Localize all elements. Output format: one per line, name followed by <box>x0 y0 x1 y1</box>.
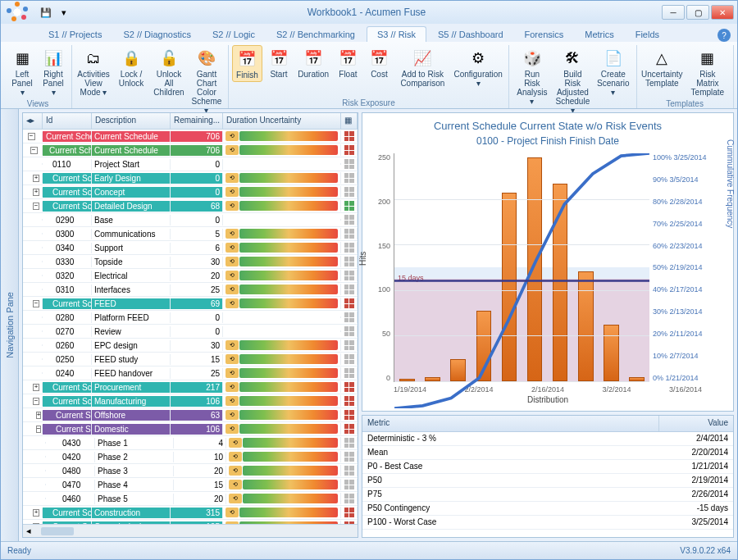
maximize-button[interactable]: ▢ <box>686 5 709 20</box>
uncertainty-gauge-cell[interactable]: ⟲ <box>223 144 341 156</box>
uncertainty-gauge-cell[interactable] <box>223 163 341 165</box>
table-row[interactable]: 0110Project Start0 <box>23 157 358 171</box>
status-icon-cell[interactable] <box>341 172 358 184</box>
uncertainty-gauge-cell[interactable]: ⟲ <box>223 172 341 184</box>
uncertainty-gauge-cell[interactable]: ⟲ <box>223 395 341 407</box>
uncertainty-gauge-cell[interactable]: ⟲ <box>223 367 341 379</box>
ribbon-button[interactable]: ▦Risk Matrix Template <box>686 45 730 98</box>
status-icon-cell[interactable] <box>341 395 358 407</box>
table-row[interactable]: 0250FEED study15⟲ <box>23 353 358 367</box>
ribbon-button[interactable]: 🎨Gantt Chart Color Scheme ▾ <box>189 45 225 116</box>
expand-toggle[interactable]: + <box>23 411 43 420</box>
ribbon-button[interactable]: 📅Duration <box>295 45 331 80</box>
table-row[interactable]: 0260EPC design30⟲ <box>23 339 358 353</box>
expand-toggle[interactable]: − <box>23 299 43 308</box>
ribbon-tab[interactable]: Forensics <box>515 27 574 42</box>
ribbon-button[interactable]: 📈Add to Risk Comparison <box>395 45 449 89</box>
table-row[interactable]: +Current Sc...Offshore63⟲ <box>23 408 358 422</box>
status-icon-cell[interactable] <box>341 256 358 267</box>
table-row[interactable]: 0310Interfaces25⟲ <box>23 283 358 297</box>
ribbon-tab[interactable]: S3 // Risk <box>367 26 426 42</box>
ribbon-button[interactable]: 📅Finish <box>232 45 262 82</box>
table-row[interactable]: +Current Schedu...Early Design0⟲ <box>23 171 358 185</box>
uncertainty-gauge-cell[interactable] <box>223 316 341 318</box>
grid-body[interactable]: −Current ScheduleCurrent Schedule706⟲−Cu… <box>23 130 358 524</box>
ribbon-button[interactable]: 📅Cost <box>364 45 394 80</box>
status-icon-cell[interactable] <box>341 158 358 170</box>
status-icon-cell[interactable] <box>341 367 358 379</box>
metric-row[interactable]: P0 - Best Case1/21/2014 <box>362 460 733 474</box>
status-icon-cell[interactable] <box>341 144 358 156</box>
expand-toggle[interactable]: − <box>23 425 43 434</box>
ribbon-tab[interactable]: S2 // Diagnostics <box>113 27 201 42</box>
expand-toggle[interactable]: + <box>23 508 43 517</box>
uncertainty-gauge-cell[interactable] <box>223 219 341 221</box>
app-icon[interactable] <box>4 0 30 25</box>
table-row[interactable]: 0470Phase 415⟲ <box>23 478 358 492</box>
col-expand[interactable]: ◂▸ <box>23 113 43 129</box>
ribbon-tab[interactable]: S1 // Projects <box>39 27 112 42</box>
table-row[interactable]: −Current ScheduleCurrent Schedule706⟲ <box>23 143 358 157</box>
status-icon-cell[interactable] <box>341 228 358 239</box>
uncertainty-gauge-cell[interactable]: ⟲ <box>226 479 341 490</box>
status-icon-cell[interactable] <box>341 451 358 462</box>
uncertainty-gauge-cell[interactable]: ⟲ <box>223 284 341 295</box>
col-metric[interactable]: Metric <box>362 416 659 431</box>
expand-toggle[interactable]: − <box>23 132 43 141</box>
uncertainty-gauge-cell[interactable]: ⟲ <box>223 256 341 267</box>
uncertainty-gauge-cell[interactable]: ⟲ <box>223 186 341 198</box>
status-icon-cell[interactable] <box>341 214 358 225</box>
col-duration-uncertainty[interactable]: Duration Uncertainty <box>223 113 341 129</box>
table-row[interactable]: 0330Topside30⟲ <box>23 255 358 269</box>
status-icon-cell[interactable] <box>341 200 358 212</box>
help-icon[interactable]: ? <box>718 29 731 42</box>
expand-toggle[interactable]: + <box>23 188 43 197</box>
metric-row[interactable]: P50 Contingency-15 days <box>362 502 733 516</box>
minimize-button[interactable]: ─ <box>662 5 685 20</box>
col-status-icon[interactable]: ▦ <box>341 113 358 129</box>
status-icon-cell[interactable] <box>341 270 358 281</box>
uncertainty-gauge-cell[interactable]: ⟲ <box>223 353 341 365</box>
expand-toggle[interactable]: − <box>23 397 43 406</box>
ribbon-button[interactable]: 🎲Run Risk Analysis ▾ <box>512 45 551 107</box>
ribbon-button[interactable]: △Uncertainty Template <box>640 45 685 89</box>
table-row[interactable]: +Current Schedu...Concept0⟲ <box>23 185 358 199</box>
status-icon-cell[interactable] <box>341 339 358 351</box>
metric-row[interactable]: P502/19/2014 <box>362 474 733 488</box>
metrics-body[interactable]: Deterministic - 3 %2/4/2014Mean2/20/2014… <box>362 432 733 537</box>
expand-toggle[interactable]: + <box>23 174 43 183</box>
status-icon-cell[interactable] <box>341 493 358 504</box>
status-icon-cell[interactable] <box>341 326 358 337</box>
ribbon-button[interactable]: ▦Left Panel ▾ <box>7 45 37 98</box>
table-row[interactable]: 0300Communications5⟲ <box>23 227 358 241</box>
ribbon-button[interactable]: 📅Start <box>264 45 294 80</box>
ribbon-tab[interactable]: S5 // Dashboard <box>428 27 513 42</box>
col-description[interactable]: Description <box>92 113 171 129</box>
status-icon-cell[interactable] <box>341 284 358 295</box>
ribbon-tab[interactable]: S2 // Benchmarking <box>266 27 365 42</box>
table-row[interactable]: 0460Phase 520⟲ <box>23 492 358 506</box>
ribbon-button[interactable]: 🔓Unlock All Children <box>151 45 187 98</box>
col-remaining[interactable]: Remaining... <box>171 113 223 129</box>
uncertainty-gauge-cell[interactable]: ⟲ <box>223 228 341 239</box>
col-value[interactable]: Value <box>659 416 733 431</box>
expand-toggle[interactable]: − <box>23 146 43 155</box>
ribbon-tab[interactable]: Metrics <box>575 27 623 42</box>
status-icon-cell[interactable] <box>341 353 358 365</box>
uncertainty-gauge-cell[interactable]: ⟲ <box>226 493 341 504</box>
table-row[interactable]: 0240FEED handover25⟲ <box>23 367 358 380</box>
table-row[interactable]: 0280Platform FEED0 <box>23 311 358 325</box>
uncertainty-gauge-cell[interactable]: ⟲ <box>223 270 341 281</box>
ribbon-tab[interactable]: Fields <box>626 27 669 42</box>
status-icon-cell[interactable] <box>341 130 358 142</box>
ribbon-button[interactable]: 📊Right Panel ▾ <box>39 45 68 98</box>
uncertainty-gauge-cell[interactable]: ⟲ <box>223 423 341 435</box>
status-icon-cell[interactable] <box>341 423 358 435</box>
table-row[interactable]: +Current Schedu...Procurement217⟲ <box>23 380 358 394</box>
ribbon-button[interactable]: ⚙Configuration ▾ <box>451 45 505 89</box>
status-icon-cell[interactable] <box>341 186 358 198</box>
uncertainty-gauge-cell[interactable]: ⟲ <box>223 381 341 393</box>
status-icon-cell[interactable] <box>341 479 358 490</box>
save-icon[interactable]: 💾 <box>39 5 53 20</box>
metric-row[interactable]: P100 - Worst Case3/25/2014 <box>362 516 733 530</box>
